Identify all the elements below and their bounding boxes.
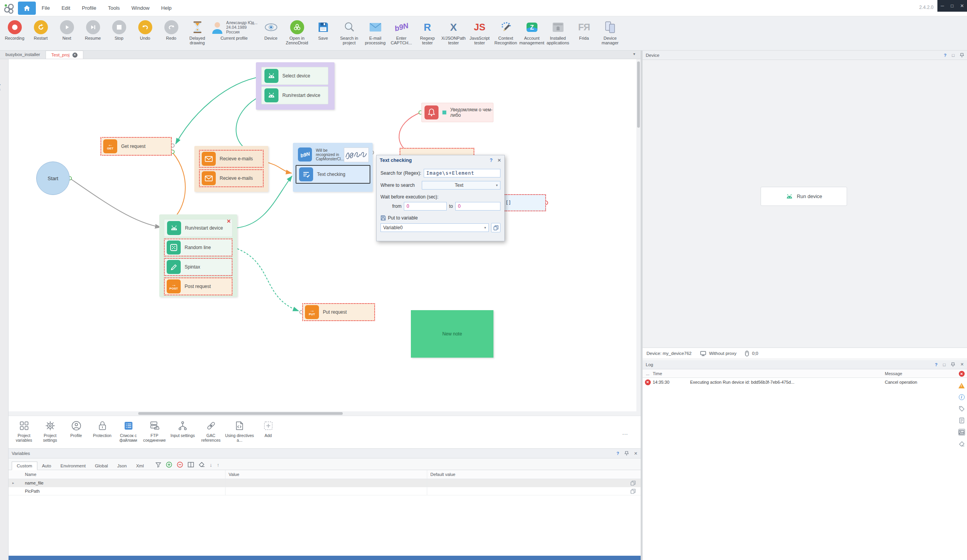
btn-gac-references[interactable]: GAC references [198,419,224,448]
run-device-button[interactable]: Run device [761,187,847,206]
add-variable-icon[interactable] [166,462,172,468]
toolbar-email-processing[interactable]: E-mail processing [362,19,388,45]
menu-window[interactable]: Window [126,0,155,16]
node-receive-emails-1[interactable]: Recieve e-mails [199,150,264,168]
filter-errors-icon[interactable]: ✕ [958,370,965,377]
variable-row-picpath[interactable]: PicPath [9,487,641,495]
menu-file[interactable]: File [36,0,56,16]
minimize-button[interactable]: ─ [937,0,947,12]
variable-value[interactable] [225,479,427,487]
btn-project-settings[interactable]: Project settings [37,419,63,448]
toolbar-device[interactable]: Device [258,19,284,40]
filter-info-icon[interactable]: i [958,394,965,400]
maximize-button[interactable]: □ [947,0,957,12]
toolbar-installed-applications[interactable]: Installed applications [545,19,571,45]
tags-icon[interactable] [958,406,965,412]
log-help-icon[interactable]: ? [935,362,937,367]
col-name[interactable]: Name [18,472,225,477]
node-get-request[interactable]: ←GET Get request [100,137,172,156]
toolbar-restart[interactable]: Restart [28,19,54,40]
node-captcha-recognize[interactable]: b9N Will be recognized in CapMonsterCl..… [295,146,370,163]
node-select-device[interactable]: Select device [261,67,328,85]
vartab-custom[interactable]: Custom [12,462,37,470]
variables-close-icon[interactable]: ✕ [634,451,638,456]
variable-value[interactable] [225,487,427,495]
toolbar-stop[interactable]: Stop [106,19,132,40]
log-maximize-icon[interactable]: □ [943,362,946,367]
btn-add-panel[interactable]: Add [255,419,281,448]
dialog-close-icon[interactable]: ✕ [497,158,501,163]
menu-help[interactable]: Help [155,0,178,16]
vscroll-thumb[interactable] [637,61,640,128]
toolbar-javascript-tester[interactable]: JS JavaScript tester [467,19,493,45]
toolbar-search-project[interactable]: Search in project [336,19,362,45]
hscroll-thumb[interactable] [138,412,343,415]
canvas-vscrollbar[interactable] [636,59,641,411]
move-down-icon[interactable]: ↓ [210,462,212,468]
variables-pin-icon[interactable] [625,451,629,456]
filter-warnings-icon[interactable] [958,382,965,389]
vartab-auto[interactable]: Auto [37,462,56,470]
close-button[interactable]: ✕ [957,0,967,12]
toolbar-next[interactable]: Next [54,19,80,40]
node-start[interactable]: Start [36,162,70,195]
dialog-titlebar[interactable]: Text checking ? ✕ [377,155,504,165]
btn-using-directives[interactable]: Using directives a... [224,419,255,448]
node-run-restart-device[interactable]: Run/restart device [261,86,328,104]
toolbar-open-zennodroid[interactable]: Open in ZennoDroid [284,19,310,45]
vartab-xml[interactable]: Xml [131,462,148,470]
btn-protection[interactable]: Protection [89,419,115,448]
toolbar-account-management[interactable]: Z Account management [519,19,545,45]
toolbar-context-recognition[interactable]: Context Recognition [493,19,519,45]
device-help-icon[interactable]: ? [944,53,947,58]
log-pin-icon[interactable] [951,362,955,367]
actions-strip[interactable]: Actions [0,59,9,560]
log-col-message[interactable]: Message [885,371,967,376]
toolbar-redo[interactable]: Redo [158,19,184,40]
variable-default[interactable] [427,479,625,487]
toolbar-save[interactable]: Save [310,19,336,40]
menu-tools[interactable]: Tools [102,0,125,16]
dialog-help-icon[interactable]: ? [490,158,493,163]
menu-profile[interactable]: Profile [76,0,102,16]
toolbar-undo[interactable]: Undo [132,19,158,40]
vartab-json[interactable]: Json [113,462,131,470]
toolbar-resume[interactable]: Resume [80,19,106,40]
where-search-select[interactable]: Text ▾ [422,181,500,190]
toolbar-frida[interactable]: FЯ Frida [571,19,597,40]
vartab-environment[interactable]: Environment [56,462,90,470]
wait-from-input[interactable]: 0 [404,202,447,211]
node-text-checking[interactable]: Text checking [296,165,370,184]
wait-to-input[interactable]: 0 [455,202,500,211]
node-random-line[interactable]: Random line [164,239,233,256]
variables-help-icon[interactable]: ? [616,451,619,456]
tab-close-icon[interactable]: ✕ [72,53,78,58]
eraser-icon[interactable] [199,462,205,467]
btn-ftp-connections[interactable]: FTP соединение [141,419,167,448]
btn-file-lists[interactable]: Список с файлами [115,419,141,448]
tab-busybox-installer[interactable]: busybox_installer [0,51,46,59]
canvas-hscrollbar[interactable] [9,411,641,416]
home-button[interactable] [18,2,36,15]
toolbar-enter-captcha[interactable]: b9N Enter CAPTCH... [388,19,414,45]
tabstrip-chevron-icon[interactable]: ▾ [633,52,635,56]
note-new-note[interactable]: New note [411,310,493,358]
columns-icon[interactable] [188,462,194,467]
variable-select[interactable]: Variable0 ▾ [380,223,489,232]
filter-icon[interactable] [155,462,161,468]
copy-icon[interactable] [631,489,636,494]
btn-input-settings[interactable]: Input settings [167,419,198,448]
node-receive-emails-2[interactable]: Recieve e-mails [199,169,264,187]
vartab-global[interactable]: Global [90,462,113,470]
copy-variable-button[interactable] [491,223,500,232]
toolbar-recording[interactable]: Recording [2,19,28,40]
search-regex-input[interactable]: Image\s+Element [424,169,500,177]
node-put-request[interactable]: →PUT Put request [302,303,375,321]
bottom-toolbar-overflow[interactable]: ... [622,430,628,436]
toolbar-current-profile[interactable]: Александр Юд... 24.04.1989 Россия Curren… [210,19,258,40]
screenshots-icon[interactable] [958,429,965,435]
col-default-value[interactable]: Default value [427,470,625,479]
log-col-time[interactable]: Time [653,371,690,376]
btn-project-variables[interactable]: Project variables [11,419,37,448]
copy-icon[interactable] [631,481,636,486]
